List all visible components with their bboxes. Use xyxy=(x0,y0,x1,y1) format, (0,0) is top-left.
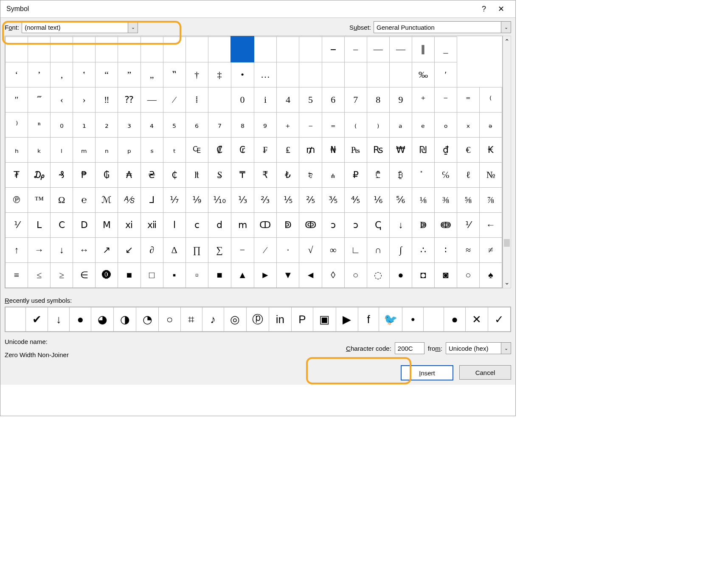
char-code-input[interactable] xyxy=(395,342,424,354)
symbol-cell[interactable] xyxy=(208,37,231,62)
symbol-cell[interactable]: ₪ xyxy=(412,138,434,163)
symbol-cell[interactable] xyxy=(299,37,322,62)
scroll-down-icon[interactable]: ⌄ xyxy=(504,279,510,286)
symbol-cell[interactable]: ₼ xyxy=(322,163,344,188)
symbol-cell[interactable]: ₧ xyxy=(344,138,367,163)
symbol-cell[interactable]: ₁ xyxy=(73,113,96,138)
symbol-cell[interactable]: ‰ xyxy=(412,62,434,87)
symbol-cell[interactable]: ≥ xyxy=(51,263,73,288)
symbol-cell[interactable]: ‖ xyxy=(412,37,434,62)
symbol-cell[interactable]: ₡ xyxy=(208,138,231,163)
symbol-cell[interactable]: _ xyxy=(434,37,457,62)
symbol-cell[interactable] xyxy=(367,62,389,87)
symbol-cell[interactable]: 4 xyxy=(277,87,299,113)
symbol-cell[interactable]: ― xyxy=(141,87,163,113)
symbol-cell[interactable]: Ⅿ xyxy=(96,213,118,238)
symbol-cell[interactable]: ∂ xyxy=(141,238,163,263)
symbol-cell[interactable]: ⅻ xyxy=(141,213,163,238)
subset-combo[interactable]: ⌄ xyxy=(374,21,511,33)
symbol-cell[interactable] xyxy=(118,37,141,62)
symbol-cell[interactable]: ∞ xyxy=(322,238,344,263)
symbol-cell[interactable]: − xyxy=(231,238,254,263)
symbol-cell[interactable]: ⓿ xyxy=(96,263,118,288)
symbol-cell[interactable]: ₥ xyxy=(299,138,322,163)
recent-symbols[interactable]: ✔↓●◕◑◔○⌗♪◎ⓟinP▣▶f🐦•●✕✓ xyxy=(5,307,511,332)
symbol-cell[interactable]: ↂ xyxy=(299,213,322,238)
close-button[interactable]: ✕ xyxy=(492,4,509,14)
symbol-cell[interactable] xyxy=(277,62,299,87)
symbol-cell[interactable]: ♠ xyxy=(479,263,502,288)
symbol-cell[interactable]: ⅿ xyxy=(231,213,254,238)
symbol-cell[interactable]: ← xyxy=(479,213,502,238)
symbol-cell[interactable]: ⅟ xyxy=(457,213,480,238)
symbol-cell[interactable]: ∴ xyxy=(412,238,434,263)
symbol-cell[interactable]: ↅ xyxy=(367,213,389,238)
recent-symbol-check[interactable]: ✔ xyxy=(25,307,48,332)
recent-symbol-half-circle[interactable]: ◑ xyxy=(114,307,136,332)
symbol-cell[interactable]: ‘ xyxy=(6,62,28,87)
symbol-cell[interactable]: ■ xyxy=(208,263,231,288)
symbol-cell[interactable]: Ⅽ xyxy=(51,213,73,238)
recent-symbol-twitter[interactable]: 🐦 xyxy=(379,307,402,332)
symbol-cell[interactable]: ― xyxy=(389,37,412,62)
symbol-cell[interactable]: ◊ xyxy=(322,263,344,288)
symbol-cell[interactable]: ₎ xyxy=(367,113,389,138)
symbol-cell[interactable]: ↑ xyxy=(6,238,28,263)
symbol-cell[interactable] xyxy=(208,87,231,113)
from-input[interactable] xyxy=(446,342,501,354)
symbol-cell[interactable]: ↀ xyxy=(254,213,277,238)
symbol-cell[interactable]: ⁞ xyxy=(186,87,208,113)
symbol-cell[interactable] xyxy=(73,37,96,62)
symbol-cell[interactable]: ⅽ xyxy=(186,213,208,238)
symbol-cell[interactable]: 7 xyxy=(344,87,367,113)
symbol-cell[interactable]: ℓ xyxy=(457,163,480,188)
symbol-cell[interactable]: ₉ xyxy=(254,113,277,138)
symbol-cell[interactable]: ‚ xyxy=(51,62,73,87)
symbol-cell[interactable] xyxy=(277,37,299,62)
symbol-cell[interactable]: ↓ xyxy=(51,238,73,263)
symbol-cell[interactable]: ₳ xyxy=(118,163,141,188)
symbol-cell[interactable]: ‟ xyxy=(163,62,186,87)
symbol-cell[interactable]: ‛ xyxy=(73,62,96,87)
font-dropdown-button[interactable]: ⌄ xyxy=(128,21,138,33)
symbol-cell[interactable]: ₮ xyxy=(6,163,28,188)
recent-symbol-circle[interactable]: ○ xyxy=(159,307,180,332)
from-combo[interactable]: ⌄ xyxy=(446,342,511,354)
symbol-cell[interactable] xyxy=(389,62,412,87)
symbol-cell[interactable]: 5 xyxy=(299,87,322,113)
symbol-cell[interactable]: ⅟ xyxy=(6,213,28,238)
scroll-thumb[interactable] xyxy=(504,239,510,247)
symbol-cell[interactable]: ∩ xyxy=(367,238,389,263)
symbol-cell[interactable]: ∕ xyxy=(254,238,277,263)
symbol-cell[interactable]: … xyxy=(254,62,277,87)
help-button[interactable]: ? xyxy=(475,5,492,14)
symbol-cell[interactable]: ₰ xyxy=(51,163,73,188)
symbol-cell[interactable]: ‒ xyxy=(322,37,344,62)
symbol-cell[interactable]: € xyxy=(457,138,480,163)
symbol-cell[interactable]: “ xyxy=(96,62,118,87)
symbol-cell[interactable]: 0 xyxy=(231,87,254,113)
symbol-cell[interactable]: ‡ xyxy=(208,62,231,87)
symbol-cell[interactable]: ‼ xyxy=(96,87,118,113)
symbol-cell[interactable]: √ xyxy=(299,238,322,263)
symbol-cell[interactable]: 9 xyxy=(389,87,412,113)
symbol-cell[interactable]: i xyxy=(254,87,277,113)
symbol-cell[interactable]: ∫ xyxy=(389,238,412,263)
symbol-cell[interactable]: ™ xyxy=(28,188,51,213)
symbol-cell[interactable]: ▲ xyxy=(231,263,254,288)
symbol-cell[interactable] xyxy=(186,37,208,62)
symbol-cell[interactable]: ₑ xyxy=(412,113,434,138)
symbol-cell[interactable]: ⅝ xyxy=(457,188,480,213)
symbol-cell[interactable]: ₐ xyxy=(389,113,412,138)
symbol-cell[interactable]: ₂ xyxy=(96,113,118,138)
symbol-cell[interactable]: ₴ xyxy=(141,163,163,188)
recent-symbol-facebook[interactable]: f xyxy=(358,307,379,332)
symbol-cell[interactable]: ► xyxy=(254,263,277,288)
symbol-cell[interactable]: ₛ xyxy=(141,138,163,163)
symbol-cell[interactable]: ₆ xyxy=(186,113,208,138)
symbol-cell[interactable] xyxy=(6,37,28,62)
symbol-cell[interactable]: ₅ xyxy=(163,113,186,138)
recent-symbol-linkedin[interactable]: in xyxy=(269,307,291,332)
symbol-cell[interactable]: ◙ xyxy=(434,263,457,288)
symbol-cell[interactable]: ₯ xyxy=(28,163,51,188)
